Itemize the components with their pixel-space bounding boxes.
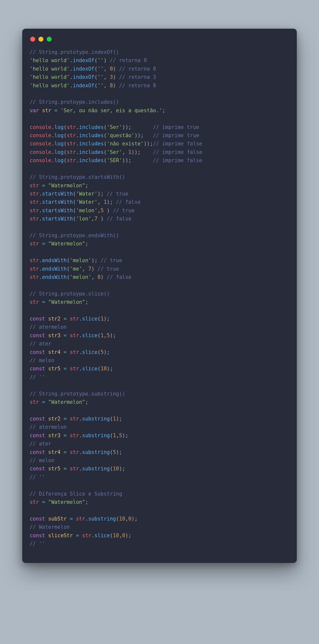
comment: // '' (30, 374, 45, 380)
comment: // String.protoype.endsWith() (30, 232, 119, 238)
comment: // String.prototype.substring() (30, 391, 125, 397)
comment: // true (107, 191, 128, 197)
string: '' (98, 74, 104, 80)
method: slice (82, 366, 98, 372)
comment: // imprime true (153, 132, 199, 138)
identifier: str (30, 191, 39, 197)
keyword: const (30, 332, 45, 338)
method: endsWith (42, 266, 67, 272)
variable: str2 (48, 416, 60, 422)
method: includes (79, 141, 104, 147)
identifier: str (67, 158, 76, 163)
identifier: str (30, 274, 39, 280)
number: 5 (107, 332, 110, 338)
comment: // Watermelon (30, 524, 70, 530)
method: log (54, 132, 64, 138)
keyword: const (30, 516, 45, 522)
comment: // imprime false (153, 149, 202, 155)
identifier: str (70, 466, 79, 472)
method: endsWith (42, 258, 67, 264)
close-icon[interactable] (30, 37, 35, 42)
number: 10 (119, 516, 125, 522)
string: 'melon' (76, 208, 97, 214)
comment: // true (101, 258, 122, 264)
identifier: str (70, 366, 79, 372)
identifier: str (30, 208, 39, 214)
string: 'Water' (76, 199, 97, 205)
comment: // false (116, 199, 141, 205)
method: substring (88, 516, 116, 522)
string: 'Ser' (107, 149, 122, 155)
method: log (54, 141, 64, 147)
method: slice (82, 349, 98, 355)
method: log (54, 158, 64, 163)
keyword: const (30, 316, 45, 322)
comment: // imprime false (153, 158, 202, 163)
number: 3 (110, 74, 113, 80)
comment: // ater (30, 341, 51, 347)
method: substring (82, 416, 110, 422)
string: "Watermelon" (48, 241, 85, 247)
string: 'SER' (107, 158, 122, 163)
method: startsWith (42, 216, 73, 222)
variable: sliceStr (48, 532, 73, 538)
string: 'Water' (76, 191, 97, 197)
string: "Watermelon" (48, 399, 85, 405)
comment: // false (107, 216, 132, 222)
variable: subStr (48, 516, 67, 522)
code-block: // String.prototype.indexOf() 'hello wor… (30, 48, 289, 548)
method: substring (82, 466, 110, 472)
variable: str5 (48, 366, 60, 372)
string: 'hello world' (30, 57, 70, 63)
identifier: console (30, 141, 51, 147)
variable: str (42, 108, 51, 114)
identifier: str (30, 182, 39, 188)
keyword: const (30, 349, 45, 355)
comment: // String.prototype.indexOf() (30, 49, 119, 55)
comment: // retorna 8 (119, 82, 156, 88)
number: 0 (110, 66, 113, 72)
string: '' (98, 82, 104, 88)
identifier: console (30, 132, 51, 138)
string: 'Ser' (107, 124, 122, 130)
variable: str3 (48, 432, 60, 438)
number: 10 (113, 466, 119, 472)
number: 5 (119, 432, 122, 438)
number: 7 (88, 266, 91, 272)
identifier: console (30, 124, 51, 130)
identifier: str (70, 316, 79, 322)
identifier: str (67, 149, 76, 155)
number: 10 (113, 532, 119, 538)
identifier: console (30, 149, 51, 155)
maximize-icon[interactable] (47, 37, 52, 42)
variable: str4 (48, 449, 60, 455)
comment: // String.protoype.startsWith() (30, 174, 125, 180)
method: startsWith (42, 191, 73, 197)
identifier: str (30, 266, 39, 272)
identifier: str (67, 124, 76, 130)
number: 10 (101, 366, 107, 372)
comment: // atermelon (30, 324, 67, 330)
keyword: const (30, 466, 45, 472)
number: 1 (101, 332, 104, 338)
comment: // String.protoype.includes() (30, 99, 119, 105)
comment: // Diferença Slice e Substring (30, 491, 122, 497)
method: slice (94, 532, 110, 538)
string: 'questão' (107, 132, 135, 138)
minimize-icon[interactable] (39, 37, 44, 42)
comment: // melon (30, 358, 54, 364)
comment: // String.protoype.slice() (30, 291, 110, 297)
number: 0 (122, 532, 125, 538)
identifier: str (70, 449, 79, 455)
string: 'melon' (70, 274, 91, 280)
number: 1 (113, 432, 116, 438)
variable: str5 (48, 466, 60, 472)
method: startsWith (42, 199, 73, 205)
comment: // melon (30, 458, 54, 464)
method: includes (79, 124, 104, 130)
method: includes (79, 158, 104, 163)
comment: // false (107, 274, 132, 280)
method: endsWith (42, 274, 67, 280)
identifier: str (30, 241, 39, 247)
string: 'Ser, ou não ser, eis a questão.' (60, 108, 162, 114)
